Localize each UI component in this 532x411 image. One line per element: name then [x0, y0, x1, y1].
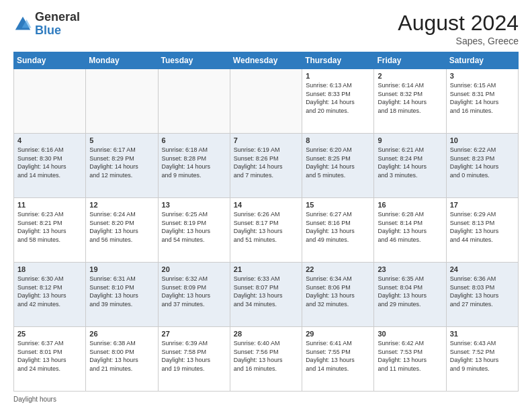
day-number: 24: [450, 265, 515, 273]
calendar-cell: [230, 69, 302, 134]
day-number: 23: [378, 265, 442, 273]
day-info: Sunrise: 6:16 AMSunset: 8:30 PMDaylight:…: [17, 146, 82, 179]
day-info: Sunrise: 6:35 AMSunset: 8:04 PMDaylight:…: [378, 275, 442, 308]
calendar-week-3: 11Sunrise: 6:23 AMSunset: 8:21 PMDayligh…: [14, 198, 519, 263]
day-number: 21: [234, 265, 298, 273]
calendar-cell: [158, 69, 230, 134]
calendar-cell: 1Sunrise: 6:13 AMSunset: 8:33 PMDaylight…: [302, 69, 374, 134]
day-number: 22: [306, 265, 370, 273]
day-number: 16: [378, 201, 442, 209]
weekday-header-thursday: Thursday: [302, 52, 374, 69]
day-info: Sunrise: 6:34 AMSunset: 8:06 PMDaylight:…: [306, 275, 370, 308]
calendar-cell: 13Sunrise: 6:25 AMSunset: 8:19 PMDayligh…: [158, 198, 230, 263]
calendar-cell: 12Sunrise: 6:24 AMSunset: 8:20 PMDayligh…: [86, 198, 158, 263]
day-number: 12: [89, 201, 154, 209]
calendar-cell: [86, 69, 158, 134]
day-info: Sunrise: 6:32 AMSunset: 8:09 PMDaylight:…: [162, 275, 226, 308]
calendar-header: SundayMondayTuesdayWednesdayThursdayFrid…: [14, 52, 519, 69]
day-number: 1: [306, 72, 370, 80]
calendar-week-2: 4Sunrise: 6:16 AMSunset: 8:30 PMDaylight…: [14, 134, 519, 198]
day-info: Sunrise: 6:14 AMSunset: 8:32 PMDaylight:…: [378, 81, 442, 115]
day-info: Sunrise: 6:19 AMSunset: 8:26 PMDaylight:…: [234, 146, 298, 179]
calendar-cell: 20Sunrise: 6:32 AMSunset: 8:09 PMDayligh…: [158, 263, 230, 327]
day-info: Sunrise: 6:36 AMSunset: 8:03 PMDaylight:…: [450, 275, 515, 308]
day-number: 4: [17, 136, 82, 144]
calendar-cell: 3Sunrise: 6:15 AMSunset: 8:31 PMDaylight…: [446, 69, 518, 134]
logo-text: General Blue: [35, 11, 80, 38]
day-number: 15: [306, 201, 370, 209]
day-number: 9: [378, 136, 442, 144]
weekday-header-row: SundayMondayTuesdayWednesdayThursdayFrid…: [14, 52, 519, 69]
calendar-cell: 10Sunrise: 6:22 AMSunset: 8:23 PMDayligh…: [446, 134, 518, 198]
calendar-cell: 4Sunrise: 6:16 AMSunset: 8:30 PMDaylight…: [14, 134, 86, 198]
month-year: August 2024: [398, 11, 519, 36]
day-info: Sunrise: 6:38 AMSunset: 8:00 PMDaylight:…: [89, 339, 154, 373]
weekday-header-friday: Friday: [374, 52, 446, 69]
day-number: 20: [162, 265, 226, 273]
calendar-cell: 30Sunrise: 6:42 AMSunset: 7:53 PMDayligh…: [374, 327, 446, 392]
day-number: 7: [234, 136, 298, 144]
weekday-header-saturday: Saturday: [446, 52, 518, 69]
day-info: Sunrise: 6:29 AMSunset: 8:13 PMDaylight:…: [450, 210, 515, 244]
calendar-cell: 31Sunrise: 6:43 AMSunset: 7:52 PMDayligh…: [446, 327, 518, 392]
day-info: Sunrise: 6:37 AMSunset: 8:01 PMDaylight:…: [17, 339, 82, 373]
weekday-header-wednesday: Wednesday: [230, 52, 302, 69]
logo-blue-text: Blue: [35, 24, 61, 37]
calendar-cell: 21Sunrise: 6:33 AMSunset: 8:07 PMDayligh…: [230, 263, 302, 327]
title-block: August 2024 Sapes, Greece: [398, 11, 519, 46]
calendar-cell: 26Sunrise: 6:38 AMSunset: 8:00 PMDayligh…: [86, 327, 158, 392]
calendar-cell: 7Sunrise: 6:19 AMSunset: 8:26 PMDaylight…: [230, 134, 302, 198]
day-info: Sunrise: 6:39 AMSunset: 7:58 PMDaylight:…: [162, 339, 226, 373]
footer-note: Daylight hours: [13, 396, 519, 403]
weekday-header-sunday: Sunday: [14, 52, 86, 69]
header: General Blue August 2024 Sapes, Greece: [13, 11, 519, 46]
day-number: 6: [162, 136, 226, 144]
day-info: Sunrise: 6:23 AMSunset: 8:21 PMDaylight:…: [17, 210, 82, 244]
calendar-cell: 29Sunrise: 6:41 AMSunset: 7:55 PMDayligh…: [302, 327, 374, 392]
weekday-header-monday: Monday: [86, 52, 158, 69]
calendar-cell: 15Sunrise: 6:27 AMSunset: 8:16 PMDayligh…: [302, 198, 374, 263]
day-info: Sunrise: 6:42 AMSunset: 7:53 PMDaylight:…: [378, 339, 442, 373]
day-number: 28: [234, 330, 298, 338]
day-info: Sunrise: 6:28 AMSunset: 8:14 PMDaylight:…: [378, 210, 442, 244]
day-info: Sunrise: 6:33 AMSunset: 8:07 PMDaylight:…: [234, 275, 298, 308]
day-number: 30: [378, 330, 442, 338]
day-number: 14: [234, 201, 298, 209]
day-info: Sunrise: 6:22 AMSunset: 8:23 PMDaylight:…: [450, 146, 515, 179]
day-info: Sunrise: 6:30 AMSunset: 8:12 PMDaylight:…: [17, 275, 82, 308]
logo: General Blue: [13, 11, 80, 38]
day-info: Sunrise: 6:40 AMSunset: 7:56 PMDaylight:…: [234, 339, 298, 373]
calendar-cell: 28Sunrise: 6:40 AMSunset: 7:56 PMDayligh…: [230, 327, 302, 392]
calendar-week-5: 25Sunrise: 6:37 AMSunset: 8:01 PMDayligh…: [14, 327, 519, 392]
day-number: 3: [450, 72, 515, 80]
logo-general-text: General: [35, 10, 80, 24]
day-number: 13: [162, 201, 226, 209]
weekday-header-tuesday: Tuesday: [158, 52, 230, 69]
day-info: Sunrise: 6:25 AMSunset: 8:19 PMDaylight:…: [162, 210, 226, 244]
logo-icon: [13, 15, 32, 34]
day-number: 19: [89, 265, 154, 273]
calendar-cell: 17Sunrise: 6:29 AMSunset: 8:13 PMDayligh…: [446, 198, 518, 263]
day-info: Sunrise: 6:26 AMSunset: 8:17 PMDaylight:…: [234, 210, 298, 244]
day-info: Sunrise: 6:24 AMSunset: 8:20 PMDaylight:…: [89, 210, 154, 244]
calendar-cell: 9Sunrise: 6:21 AMSunset: 8:24 PMDaylight…: [374, 134, 446, 198]
calendar-cell: 2Sunrise: 6:14 AMSunset: 8:32 PMDaylight…: [374, 69, 446, 134]
day-info: Sunrise: 6:20 AMSunset: 8:25 PMDaylight:…: [306, 146, 370, 179]
day-number: 5: [89, 136, 154, 144]
calendar-cell: 27Sunrise: 6:39 AMSunset: 7:58 PMDayligh…: [158, 327, 230, 392]
day-number: 10: [450, 136, 515, 144]
calendar-cell: 25Sunrise: 6:37 AMSunset: 8:01 PMDayligh…: [14, 327, 86, 392]
day-number: 11: [17, 201, 82, 209]
day-number: 26: [89, 330, 154, 338]
calendar-table: SundayMondayTuesdayWednesdayThursdayFrid…: [13, 52, 519, 392]
calendar-cell: 19Sunrise: 6:31 AMSunset: 8:10 PMDayligh…: [86, 263, 158, 327]
day-info: Sunrise: 6:41 AMSunset: 7:55 PMDaylight:…: [306, 339, 370, 373]
location: Sapes, Greece: [398, 36, 519, 46]
calendar-cell: 23Sunrise: 6:35 AMSunset: 8:04 PMDayligh…: [374, 263, 446, 327]
calendar-cell: [14, 69, 86, 134]
day-number: 25: [17, 330, 82, 338]
calendar-cell: 22Sunrise: 6:34 AMSunset: 8:06 PMDayligh…: [302, 263, 374, 327]
day-number: 17: [450, 201, 515, 209]
day-info: Sunrise: 6:13 AMSunset: 8:33 PMDaylight:…: [306, 81, 370, 115]
day-number: 8: [306, 136, 370, 144]
